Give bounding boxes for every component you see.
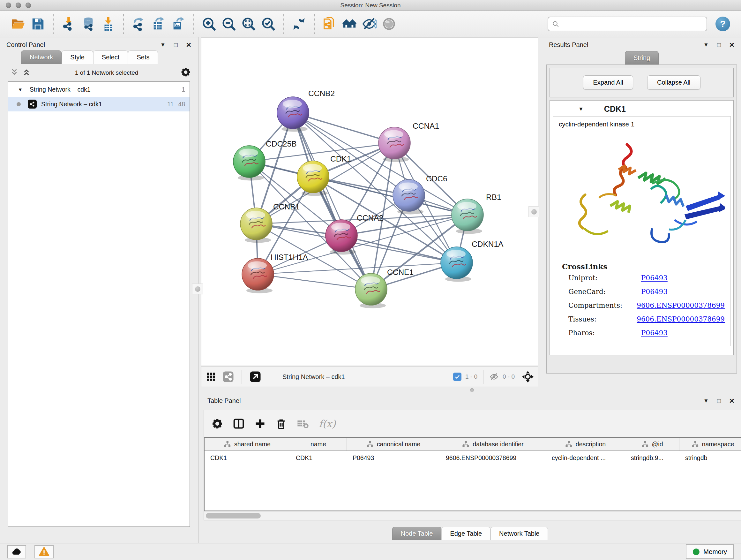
table-cell[interactable]: P06493 — [347, 451, 440, 465]
zoom-fit-button[interactable] — [239, 14, 259, 34]
delete-table-button[interactable] — [296, 417, 309, 430]
gene-card-header[interactable]: ▼ CDK1 — [550, 101, 733, 116]
search-input[interactable] — [562, 20, 703, 27]
show-columns-button[interactable] — [232, 418, 245, 430]
tab-select[interactable]: Select — [93, 51, 128, 64]
panel-float-icon[interactable]: □ — [717, 42, 721, 48]
refresh-button[interactable] — [289, 14, 309, 34]
gear-icon — [212, 418, 223, 429]
panel-float-icon[interactable]: □ — [717, 398, 721, 404]
warning-icon — [39, 546, 50, 557]
tab-style[interactable]: Style — [62, 51, 93, 64]
expand-collapse-bar: Expand All Collapse All — [549, 68, 734, 98]
panel-menu-icon[interactable]: ▼ — [703, 398, 709, 403]
memory-button[interactable]: Memory — [686, 544, 734, 559]
table-tabs: Node Table Edge Table Network Table — [199, 527, 741, 540]
level-of-detail-button[interactable] — [379, 14, 399, 34]
table-cell[interactable]: stringdb — [679, 451, 741, 465]
panel-close-icon[interactable]: ✕ — [186, 42, 192, 48]
create-column-button[interactable] — [254, 418, 266, 429]
network-collection-row[interactable]: ▼ String Network – cdk1 1 — [8, 82, 190, 97]
birdseye-home-button[interactable] — [340, 14, 359, 34]
network-node-CCNA1[interactable]: CCNA1 — [379, 122, 439, 162]
column-header-description[interactable]: description — [546, 438, 625, 450]
network-view-type-button[interactable] — [221, 370, 235, 384]
expand-all-networks-button[interactable] — [20, 68, 32, 77]
memory-label: Memory — [703, 548, 727, 556]
table-cell[interactable]: cyclin-dependent ... — [546, 451, 625, 465]
grid-view-button[interactable] — [205, 371, 217, 382]
open-session-button[interactable] — [8, 14, 28, 34]
help-button[interactable]: ? — [716, 17, 730, 31]
left-splitter-handle[interactable] — [192, 284, 203, 294]
expand-all-button[interactable]: Expand All — [583, 75, 633, 90]
panel-menu-icon[interactable]: ▼ — [160, 42, 165, 48]
import-network-button[interactable] — [59, 14, 78, 34]
panel-menu-icon[interactable]: ▼ — [703, 42, 709, 48]
splitter-knob-icon[interactable] — [470, 388, 474, 392]
scrollbar-thumb[interactable] — [206, 513, 261, 518]
tab-edge-table[interactable]: Edge Table — [441, 527, 490, 540]
tab-sets[interactable]: Sets — [128, 51, 158, 64]
network-options-button[interactable] — [181, 67, 191, 78]
navigator-crosshair-icon[interactable] — [522, 371, 534, 383]
table-cell[interactable]: 9606.ENSP00000378699 — [440, 451, 546, 465]
protein-structure-image — [568, 132, 725, 257]
crosslink-link[interactable]: 9606.ENSP00000378699 — [636, 301, 725, 309]
tab-network-table[interactable]: Network Table — [490, 527, 548, 540]
crosslink-link[interactable]: P06493 — [641, 274, 668, 282]
network-node-CDK1[interactable]: CDK1 — [297, 154, 351, 196]
zoom-selected-button[interactable] — [259, 14, 278, 34]
delete-columns-button[interactable] — [275, 418, 287, 429]
column-header-database-identifier[interactable]: database identifier — [440, 438, 546, 450]
cloud-status-button[interactable] — [7, 545, 26, 558]
network-node-CDKN1A[interactable]: CDKN1A — [441, 240, 503, 282]
function-builder-button[interactable]: f(x) — [319, 418, 336, 429]
zoom-in-button[interactable] — [199, 14, 219, 34]
table-options-button[interactable] — [212, 418, 223, 429]
network-canvas[interactable]: CCNB2CCNA1CDC25BCDK1CDC6RB1CCNB1CCNA2CDK… — [201, 37, 538, 366]
export-network-button[interactable] — [129, 14, 149, 34]
column-header-canonical-name[interactable]: canonical name — [347, 438, 440, 450]
panel-close-icon[interactable]: ✕ — [729, 42, 735, 48]
table-cell[interactable]: CDK1 — [205, 451, 290, 465]
tab-node-table[interactable]: Node Table — [392, 527, 442, 540]
collapse-all-networks-button[interactable] — [8, 68, 20, 77]
crosslink-link[interactable]: 9606.ENSP00000378699 — [636, 315, 725, 323]
network-node-CCNB2[interactable]: CCNB2 — [277, 89, 335, 132]
hidden-eye-icon[interactable] — [489, 372, 499, 381]
export-table-button[interactable] — [149, 14, 169, 34]
column-header-shared-name[interactable]: shared name — [205, 438, 290, 450]
crosslink-link[interactable]: P06493 — [641, 288, 668, 296]
panel-float-icon[interactable]: □ — [174, 42, 178, 48]
collapse-all-button[interactable]: Collapse All — [647, 75, 700, 90]
column-header-namespace[interactable]: namespace — [679, 438, 741, 450]
export-image-button[interactable] — [169, 14, 188, 34]
table-cell[interactable]: stringdb:9... — [625, 451, 679, 465]
table-horizontal-scrollbar[interactable] — [204, 511, 741, 520]
selected-checkbox-icon[interactable] — [453, 373, 461, 381]
network-node-RB1[interactable]: RB1 — [452, 193, 501, 234]
column-header-name[interactable]: name — [290, 438, 347, 450]
zoom-out-button[interactable] — [219, 14, 239, 34]
cytoscape-js-export-button[interactable] — [320, 14, 340, 34]
import-network-database-button[interactable] — [78, 14, 98, 34]
column-header--id[interactable]: @id — [625, 438, 679, 450]
crosslink-label: Compartments: — [568, 301, 636, 309]
warnings-button[interactable] — [35, 545, 54, 558]
node-table[interactable]: shared namenamecanonical namedatabase id… — [204, 437, 741, 511]
tab-string[interactable]: String — [625, 51, 659, 64]
gene-expander-icon[interactable]: ▼ — [578, 106, 584, 112]
table-row[interactable]: CDK1CDK1P064939606.ENSP00000378699cyclin… — [205, 451, 741, 465]
import-table-button[interactable] — [98, 14, 118, 34]
panel-close-icon[interactable]: ✕ — [729, 397, 735, 404]
collection-expander-icon[interactable]: ▼ — [18, 87, 23, 92]
network-row[interactable]: String Network – cdk1 11 48 — [8, 97, 190, 111]
tab-network[interactable]: Network — [21, 51, 62, 64]
graphics-details-button[interactable] — [359, 14, 379, 34]
crosslink-link[interactable]: P06493 — [641, 329, 668, 337]
table-cell[interactable]: CDK1 — [290, 451, 347, 465]
open-view-in-window-button[interactable] — [248, 370, 262, 384]
right-splitter-handle[interactable] — [529, 206, 539, 217]
save-session-button[interactable] — [28, 14, 48, 34]
